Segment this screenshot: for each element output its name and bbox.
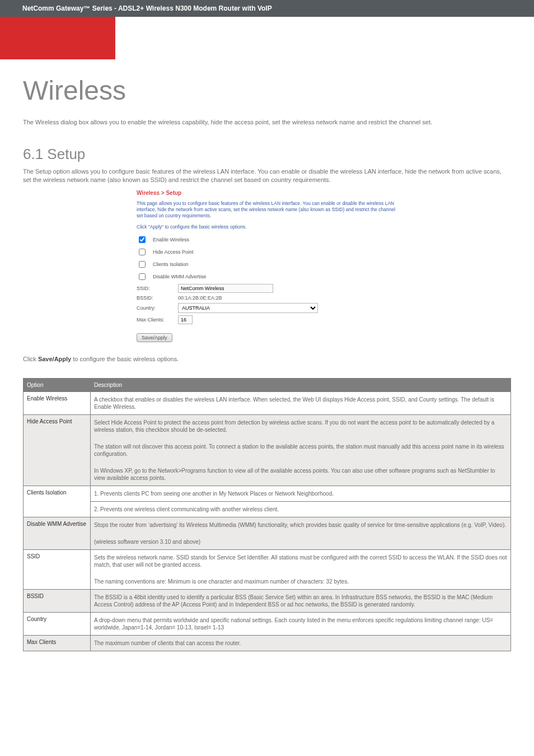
country-row: Country: AUSTRALIA: [137, 303, 397, 313]
option-value-line: The station will not discover this acces…: [94, 443, 507, 458]
option-key: SSID: [24, 550, 91, 590]
option-value: 2. Prevents one wireless client communic…: [91, 502, 511, 517]
clients-isolation-label: Clients Isolation: [153, 262, 189, 267]
disable-wmm-label: Disable WMM Advertise: [153, 274, 207, 279]
enable-wireless-row: Enable Wireless: [137, 235, 397, 245]
ssid-label: SSID:: [137, 286, 170, 291]
table-row: 2. Prevents one wireless client communic…: [24, 502, 511, 517]
ssid-row: SSID:: [137, 284, 397, 293]
intro-paragraph: The Wireless dialog box allows you to en…: [23, 118, 511, 127]
table-row: Enable WirelessA checkbox that enables o…: [24, 392, 511, 415]
option-value: A checkbox that enables or disables the …: [91, 392, 511, 415]
option-value: Select Hide Access Point to protect the …: [91, 415, 511, 486]
clients-isolation-row: Clients Isolation: [137, 259, 397, 269]
save-apply-button[interactable]: Save/Apply: [137, 333, 172, 342]
bssid-value: 00:1A:2B:0E:EA:2B: [178, 295, 222, 301]
page-content: Wireless The Wireless dialog box allows …: [0, 59, 534, 665]
enable-wireless-checkbox[interactable]: [139, 236, 146, 243]
header-option: Option: [24, 379, 91, 392]
click-save-bold: Save/Apply: [38, 356, 71, 362]
option-value: Sets the wireless network name. SSID sta…: [91, 550, 511, 590]
table-row: SSIDSets the wireless network name. SSID…: [24, 550, 511, 590]
settings-panel: Wireless > Setup This page allows you to…: [137, 190, 397, 343]
option-value-line: The maximum number of clients that can a…: [94, 640, 507, 647]
panel-breadcrumb: Wireless > Setup: [137, 190, 397, 196]
option-key: Enable Wireless: [24, 392, 91, 415]
disable-wmm-row: Disable WMM Advertise: [137, 272, 397, 282]
table-row: Max ClientsThe maximum number of clients…: [24, 636, 511, 651]
panel-description-2: Click "Apply" to configure the basic wir…: [137, 224, 397, 230]
option-value-line: Stops the router from ‘advertising’ its …: [94, 521, 507, 529]
option-value-line: Select Hide Access Point to protect the …: [94, 419, 507, 433]
bssid-label: BSSID:: [137, 295, 170, 301]
bssid-row: BSSID: 00:1A:2B:0E:EA:2B: [137, 295, 397, 301]
enable-wireless-label: Enable Wireless: [153, 237, 189, 242]
option-value-line: The naming conventions are: Minimum is o…: [94, 578, 507, 585]
option-value: The maximum number of clients that can a…: [91, 636, 511, 651]
top-banner: NetComm Gateway™ Series - ADSL2+ Wireles…: [0, 0, 534, 17]
table-row: Hide Access PointSelect Hide Access Poin…: [24, 415, 511, 486]
table-row: CountryA drop-down menu that permits wor…: [24, 613, 511, 636]
option-value-line: 2. Prevents one wireless client communic…: [94, 506, 507, 513]
option-key: Hide Access Point: [24, 415, 91, 486]
max-clients-input[interactable]: [178, 315, 193, 324]
click-save-suffix: to configure the basic wireless options.: [71, 356, 179, 362]
disable-wmm-checkbox[interactable]: [139, 273, 146, 280]
option-key: Clients Isolation: [24, 486, 91, 517]
table-row: Clients Isolation1. Prevents clients PC …: [24, 486, 511, 502]
click-save-prefix: Click: [23, 356, 38, 362]
option-key: Country: [24, 613, 91, 636]
option-value-line: (wireless software version 3.10 and abov…: [94, 538, 507, 545]
option-value-line: 1. Prevents clients PC from seeing one a…: [94, 490, 507, 497]
option-key: Max Clients: [24, 636, 91, 651]
table-row: Disable WMM AdvertiseStops the router fr…: [24, 517, 511, 550]
hide-ap-label: Hide Access Point: [153, 249, 194, 255]
banner-text: NetComm Gateway™ Series - ADSL2+ Wireles…: [22, 4, 272, 12]
section-heading: 6.1 Setup: [23, 146, 511, 163]
option-value: The BSSID is a 48bit identity used to id…: [91, 590, 511, 613]
option-key: Disable WMM Advertise: [24, 517, 91, 550]
option-key: BSSID: [24, 590, 91, 613]
option-value-line: A checkbox that enables or disables the …: [94, 396, 507, 410]
header-description: Description: [91, 379, 511, 392]
option-value: Stops the router from ‘advertising’ its …: [91, 517, 511, 550]
section-intro: The Setup option allows you to configure…: [23, 167, 511, 184]
clients-isolation-checkbox[interactable]: [139, 261, 146, 268]
option-value: A drop-down menu that permits worldwide …: [91, 613, 511, 636]
table-header-row: Option Description: [24, 379, 511, 392]
option-value-line: A drop-down menu that permits worldwide …: [94, 617, 507, 631]
option-value: 1. Prevents clients PC from seeing one a…: [91, 486, 511, 502]
click-save-note: Click Save/Apply to configure the basic …: [23, 356, 511, 362]
max-clients-label: Max Clients:: [137, 317, 170, 323]
hide-ap-row: Hide Access Point: [137, 247, 397, 257]
ssid-input[interactable]: [178, 284, 273, 293]
panel-description-1: This page allows you to configure basic …: [137, 200, 397, 220]
country-label: Country:: [137, 305, 170, 311]
settings-panel-wrap: Wireless > Setup This page allows you to…: [23, 190, 511, 343]
table-row: BSSIDThe BSSID is a 48bit identity used …: [24, 590, 511, 613]
options-table: Option Description Enable WirelessA chec…: [23, 378, 511, 651]
max-clients-row: Max Clients:: [137, 315, 397, 324]
option-value-line: The BSSID is a 48bit identity used to id…: [94, 594, 507, 608]
page-title: Wireless: [23, 75, 511, 106]
red-accent-block: [0, 17, 115, 59]
option-value-line: In Windows XP, go to the Network>Program…: [94, 467, 507, 482]
option-value-line: Sets the wireless network name. SSID sta…: [94, 554, 507, 568]
hide-ap-checkbox[interactable]: [139, 249, 146, 255]
country-select[interactable]: AUSTRALIA: [178, 303, 318, 313]
